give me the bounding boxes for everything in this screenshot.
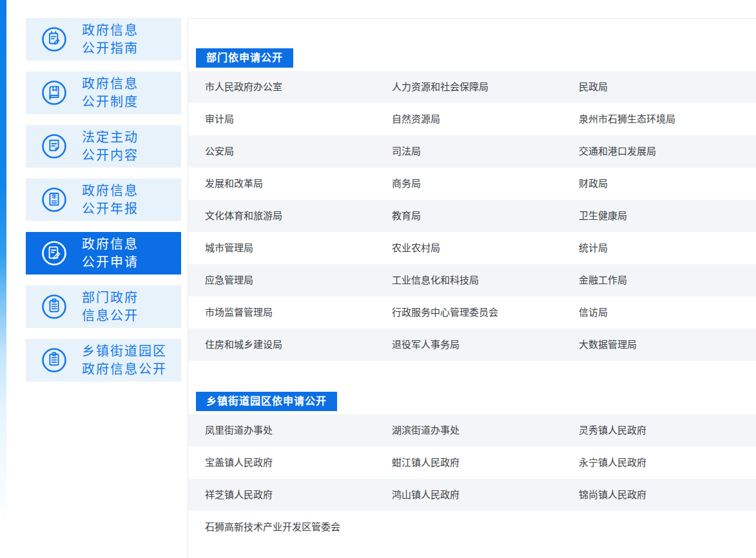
section-badge: 部门依申请公开 (196, 48, 293, 68)
department-link[interactable]: 发展和改革局 (188, 168, 375, 200)
table-row: 市场监督管理局行政服务中心管理委员会信访局 (188, 296, 756, 329)
sidebar-item-5[interactable]: 政府信息 公开申请 (26, 232, 181, 274)
sidebar-item-6[interactable]: 部门政府 信息公开 (26, 285, 181, 328)
section-rows: 市人民政府办公室人力资源和社会保障局民政局审计局自然资源局泉州市石狮生态环境局公… (188, 71, 756, 361)
department-link[interactable]: 泉州市石狮生态环境局 (562, 103, 756, 135)
table-row: 宝盖镇人民政府蚶江镇人民政府永宁镇人民政府 (188, 447, 756, 479)
department-link[interactable]: 卫生健康局 (562, 200, 756, 232)
table-row: 应急管理局工业信息化和科技局金融工作局 (188, 264, 756, 296)
table-row: 祥芝镇人民政府鸿山镇人民政府锦尚镇人民政府 (188, 479, 756, 511)
annual-report-icon: 年 (41, 186, 68, 213)
table-row: 城市管理局农业农村局统计局 (188, 232, 756, 264)
main-panel: 部门依申请公开 市人民政府办公室人力资源和社会保障局民政局审计局自然资源局泉州市… (188, 18, 756, 558)
department-link[interactable]: 人力资源和社会保障局 (375, 71, 562, 103)
clipboard-icon (41, 347, 68, 374)
table-row: 文化体育和旅游局教育局卫生健康局 (188, 200, 756, 232)
sidebar-item-label: 法定主动 公开内容 (82, 128, 139, 164)
department-link[interactable]: 市人民政府办公室 (188, 71, 375, 103)
department-link[interactable]: 信访局 (562, 296, 756, 329)
sidebar-item-2[interactable]: 政府信息 公开制度 (26, 72, 181, 114)
table-row: 石狮高新技术产业开发区管委会 (188, 511, 756, 543)
department-link[interactable]: 财政局 (562, 168, 756, 200)
department-link[interactable]: 湖滨街道办事处 (375, 414, 562, 447)
department-link[interactable]: 审计局 (188, 103, 375, 135)
left-gradient-stripe (0, 0, 6, 528)
department-link[interactable]: 宝盖镇人民政府 (188, 447, 375, 479)
department-link[interactable]: 司法局 (375, 135, 562, 168)
department-link[interactable]: 教育局 (375, 200, 562, 232)
table-row: 发展和改革局商务局财政局 (188, 168, 756, 200)
department-link[interactable]: 鸿山镇人民政府 (375, 479, 562, 511)
clipboard-icon (41, 293, 68, 320)
table-row: 住房和城乡建设局退役军人事务局大数据管理局 (188, 329, 756, 361)
table-row: 市人民政府办公室人力资源和社会保障局民政局 (188, 71, 756, 103)
sidebar-item-3[interactable]: 法定主动 公开内容 (26, 125, 181, 168)
disclosure-section: 乡镇街道园区依申请公开 凤里街道办事处湖滨街道办事处灵秀镇人民政府宝盖镇人民政府… (188, 392, 756, 543)
department-link[interactable]: 统计局 (562, 232, 756, 264)
sidebar-item-label: 政府信息 公开指南 (82, 21, 139, 57)
department-link[interactable]: 民政局 (562, 71, 756, 103)
department-link[interactable]: 金融工作局 (562, 264, 756, 296)
department-link[interactable]: 商务局 (375, 168, 562, 200)
table-row: 公安局司法局交通和港口发展局 (188, 135, 756, 168)
sections-container: 部门依申请公开 市人民政府办公室人力资源和社会保障局民政局审计局自然资源局泉州市… (188, 48, 756, 543)
department-link[interactable]: 祥芝镇人民政府 (188, 479, 375, 511)
department-link[interactable]: 蚶江镇人民政府 (375, 447, 562, 479)
department-link[interactable]: 应急管理局 (188, 264, 375, 296)
sidebar: 政府信息 公开指南 政府信息 公开制度 法定主动 公开内容 年 政府信息 公开年… (26, 18, 181, 392)
book-bookmark-icon (41, 79, 68, 106)
department-link[interactable]: 灵秀镇人民政府 (562, 414, 756, 447)
sidebar-item-label: 部门政府 信息公开 (82, 289, 139, 325)
sidebar-item-4[interactable]: 年 政府信息 公开年报 (26, 178, 181, 221)
table-row: 凤里街道办事处湖滨街道办事处灵秀镇人民政府 (188, 414, 756, 447)
department-link[interactable]: 交通和港口发展局 (562, 135, 756, 168)
doc-pencil-icon (41, 240, 68, 267)
department-link[interactable]: 锦尚镇人民政府 (562, 479, 756, 511)
department-link[interactable]: 市场监督管理局 (188, 296, 375, 329)
sidebar-item-label: 政府信息 公开申请 (82, 235, 139, 271)
department-link[interactable]: 永宁镇人民政府 (562, 447, 756, 479)
department-link[interactable]: 城市管理局 (188, 232, 375, 264)
disclosure-section: 部门依申请公开 市人民政府办公室人力资源和社会保障局民政局审计局自然资源局泉州市… (188, 48, 756, 361)
department-link[interactable]: 退役军人事务局 (375, 329, 562, 361)
department-link[interactable]: 公安局 (188, 135, 375, 168)
department-link[interactable]: 凤里街道办事处 (188, 414, 375, 447)
department-link[interactable]: 行政服务中心管理委员会 (375, 296, 562, 329)
table-row: 审计局自然资源局泉州市石狮生态环境局 (188, 103, 756, 135)
department-link[interactable]: 石狮高新技术产业开发区管委会 (188, 511, 375, 543)
sidebar-item-label: 政府信息 公开制度 (82, 75, 139, 111)
department-link[interactable]: 自然资源局 (375, 103, 562, 135)
department-link[interactable]: 文化体育和旅游局 (188, 200, 375, 232)
department-link[interactable]: 住房和城乡建设局 (188, 329, 375, 361)
guide-doc-pen-icon (41, 26, 68, 53)
section-badge: 乡镇街道园区依申请公开 (196, 392, 337, 411)
doc-lines-icon (41, 133, 68, 160)
sidebar-item-label: 政府信息 公开年报 (82, 182, 139, 218)
section-rows: 凤里街道办事处湖滨街道办事处灵秀镇人民政府宝盖镇人民政府蚶江镇人民政府永宁镇人民… (188, 414, 756, 543)
department-link[interactable]: 农业农村局 (375, 232, 562, 264)
svg-text:年: 年 (52, 193, 57, 200)
department-link[interactable]: 大数据管理局 (562, 329, 756, 361)
sidebar-item-1[interactable]: 政府信息 公开指南 (26, 18, 181, 61)
sidebar-item-7[interactable]: 乡镇街道园区 政府信息公开 (26, 339, 181, 381)
department-link[interactable]: 工业信息化和科技局 (375, 264, 562, 296)
sidebar-item-label: 乡镇街道园区 政府信息公开 (82, 342, 167, 378)
